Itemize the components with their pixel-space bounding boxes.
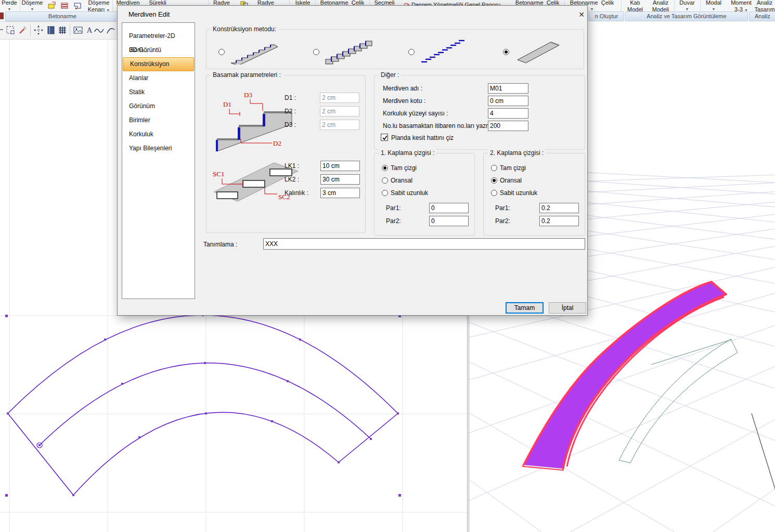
d2-label: D2 : bbox=[285, 108, 296, 115]
ribbon-button-analiz-tasarim[interactable]: AnalizTasarım bbox=[753, 0, 775, 12]
ribbon-button-perde[interactable]: Perde ▼ bbox=[0, 0, 19, 12]
clipped-icon bbox=[0, 29, 3, 30]
slab-hatch-tool-icon[interactable] bbox=[61, 2, 69, 9]
stair-monolithic-icon[interactable] bbox=[229, 36, 278, 64]
slab-tool-icon[interactable] bbox=[48, 2, 56, 9]
kaplama2-sabit-radio[interactable] bbox=[491, 190, 497, 196]
ribbon-group-olustur[interactable]: n Oluştur bbox=[589, 11, 624, 21]
kaplama1-tam-cizgi-radio[interactable] bbox=[382, 165, 388, 171]
kaplama2-oransal-label: Oransal bbox=[500, 177, 522, 184]
kaplama2-sabit-label: Sabit uzunluk bbox=[500, 189, 537, 197]
planda-kesit-checkbox[interactable] bbox=[381, 134, 388, 141]
kaplama1-par2-label: Par2: bbox=[386, 217, 401, 225]
stair-plain-slab-icon[interactable] bbox=[514, 36, 564, 64]
group-konstruksiyon-metodu: Konstrüksiyon metodu: bbox=[206, 29, 584, 69]
group-label: Diğer : bbox=[379, 71, 401, 79]
sidebar-item-3d-goruntu[interactable]: 3D Görüntü bbox=[122, 43, 195, 57]
application-window: Perde ▼ Döşeme ▼ Döşeme Kenarı ▼ Merdive… bbox=[0, 0, 775, 532]
stair-zigzag-icon[interactable] bbox=[324, 36, 373, 64]
merdiven-adi-field[interactable] bbox=[488, 83, 528, 94]
sidebar-item-statik[interactable]: Statik bbox=[122, 85, 195, 99]
ribbon-group-analiz[interactable]: Analiz bbox=[749, 11, 775, 21]
lk2-label: LK2 : bbox=[285, 176, 299, 183]
group-diger: Diğer : Merdiven adı : Merdiven kotu : K… bbox=[374, 75, 585, 150]
group-label: 2. Kaplama çizgisi : bbox=[488, 149, 546, 157]
d1-field[interactable] bbox=[320, 93, 359, 103]
ribbon-button-modal[interactable]: Modal ▼ bbox=[702, 0, 725, 12]
book-icon[interactable] bbox=[46, 25, 56, 35]
group-label: 1. Kaplama çizgisi : bbox=[379, 149, 436, 157]
group-label: Konstrüksiyon metodu: bbox=[211, 25, 278, 33]
lk2-field[interactable] bbox=[320, 174, 360, 185]
ribbon-button-analiz-modeli[interactable]: AnalizModeli bbox=[648, 0, 673, 12]
kaplama1-tam-cizgi-label: Tam çizgi bbox=[391, 164, 417, 172]
kaplama1-sabit-radio[interactable] bbox=[382, 190, 388, 196]
dialog-sidebar: Parametreler-2D Görü... 3D Görüntü Konst… bbox=[122, 22, 195, 299]
sidebar-item-parametreler[interactable]: Parametreler-2D Görü... bbox=[122, 29, 195, 43]
tamam-button[interactable]: Tamam bbox=[506, 302, 544, 314]
iptal-button[interactable]: İptal bbox=[549, 302, 586, 314]
magic-wand-icon[interactable] bbox=[18, 25, 28, 35]
svg-text:D3: D3 bbox=[244, 91, 252, 99]
grid-icon[interactable] bbox=[57, 25, 68, 35]
ribbon-button-doseme[interactable]: Döşeme ▼ bbox=[21, 0, 44, 12]
group-kaplama-1: 1. Kaplama çizgisi : Tam çizgi Oransal S… bbox=[374, 153, 475, 236]
move-dimension-icon[interactable] bbox=[33, 25, 44, 35]
kaplama1-sabit-label: Sabit uzunluk bbox=[391, 189, 428, 197]
korkuluk-yuzeyi-label: Korkuluk yüzeyi sayısı : bbox=[383, 110, 448, 117]
sidebar-item-yapi-bilesenleri[interactable]: Yapı Bileşenleri bbox=[122, 141, 195, 155]
sidebar-item-birimler[interactable]: Birimler bbox=[122, 113, 195, 127]
nolu-basamak-field[interactable] bbox=[488, 121, 528, 131]
kaplama2-par1-label: Par1: bbox=[495, 204, 510, 212]
nolu-basamak-label: No.lu basamaktan itibaren no.ları yazma … bbox=[383, 122, 498, 129]
kaplama2-tam-cizgi-radio[interactable] bbox=[491, 165, 497, 171]
method-radio-3[interactable] bbox=[408, 49, 415, 55]
svg-text:D1: D1 bbox=[223, 100, 231, 108]
stair-floating-treads-icon[interactable] bbox=[419, 36, 468, 64]
d1-label: D1 : bbox=[285, 94, 296, 101]
merdiven-adi-label: Merdiven adı : bbox=[383, 85, 422, 92]
kalinlik-label: Kalınlık : bbox=[285, 189, 308, 197]
method-radio-2[interactable] bbox=[313, 49, 319, 55]
fit-selection-icon[interactable] bbox=[5, 25, 16, 35]
group-icon-fragment bbox=[0, 12, 4, 19]
kaplama2-par1-field[interactable] bbox=[539, 203, 579, 213]
kaplama2-par2-field[interactable] bbox=[539, 216, 579, 226]
drawing-toolbar: A bbox=[0, 21, 117, 40]
korkuluk-yuzeyi-field[interactable] bbox=[488, 108, 528, 119]
image-icon[interactable] bbox=[73, 25, 83, 35]
check-icon bbox=[381, 134, 389, 141]
kaplama1-oransal-radio[interactable] bbox=[382, 177, 388, 184]
ribbon-group-analiz-goruntuleme[interactable]: Analiz ve Tasarım Görüntüleme bbox=[625, 11, 748, 21]
text-icon[interactable]: A bbox=[84, 25, 95, 35]
merdiven-edit-dialog: Merdiven Edit ✕ Parametreler-2D Görü... … bbox=[117, 5, 588, 316]
kaplama1-oransal-label: Oransal bbox=[391, 177, 412, 184]
ribbon-button-kati-model[interactable]: KatıModel bbox=[623, 0, 647, 12]
sidebar-item-konstruksiyon[interactable]: Konstrüksiyon bbox=[123, 57, 194, 71]
planda-kesit-label: Planda kesit hattını çiz bbox=[391, 134, 454, 141]
kaplama1-par2-field[interactable] bbox=[429, 216, 469, 226]
d3-field[interactable] bbox=[320, 120, 359, 130]
slab-edge-tool-icon[interactable] bbox=[74, 2, 82, 9]
sidebar-item-gorunum[interactable]: Görünüm bbox=[122, 99, 195, 113]
group-label: Basamak parametreleri : bbox=[211, 71, 283, 79]
d2-field[interactable] bbox=[320, 106, 359, 116]
polyline-icon[interactable] bbox=[94, 25, 105, 35]
method-radio-1[interactable] bbox=[218, 49, 225, 55]
sidebar-item-korkuluk[interactable]: Korkuluk bbox=[122, 127, 195, 141]
ribbon-button-duvar[interactable]: Duvar ▼ bbox=[676, 0, 699, 12]
lk1-field[interactable] bbox=[320, 161, 360, 171]
tanimlama-field[interactable] bbox=[263, 238, 585, 250]
kalinlik-field[interactable] bbox=[320, 188, 360, 198]
kaplama2-oransal-radio[interactable] bbox=[491, 177, 497, 184]
svg-text:SC1: SC1 bbox=[213, 170, 224, 178]
kaplama1-par1-field[interactable] bbox=[429, 203, 469, 213]
group-kaplama-2: 2. Kaplama çizgisi : Tam çizgi Oransal S… bbox=[483, 153, 585, 236]
method-radio-4-selected[interactable] bbox=[503, 49, 509, 55]
ribbon-group-betonarme[interactable]: Betonarme bbox=[5, 11, 120, 21]
close-icon[interactable]: ✕ bbox=[575, 9, 588, 20]
merdiven-kotu-field[interactable] bbox=[488, 96, 528, 106]
sidebar-item-alanlar[interactable]: Alanlar bbox=[122, 71, 195, 85]
kaplama1-par1-label: Par1: bbox=[386, 204, 401, 212]
arc-icon[interactable] bbox=[106, 25, 116, 35]
